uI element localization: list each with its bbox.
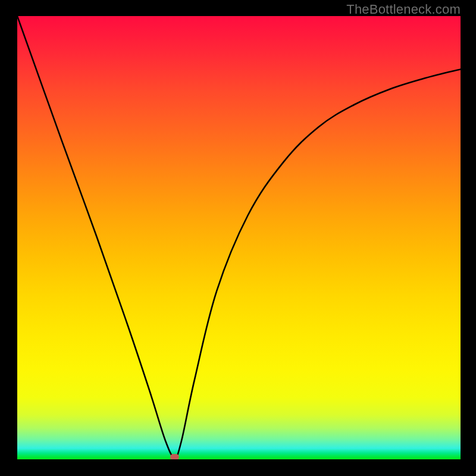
watermark-text: TheBottleneck.com	[346, 2, 461, 17]
optimal-point-marker	[170, 454, 179, 459]
plot-area	[17, 16, 461, 459]
curve-layer	[17, 16, 461, 459]
chart-frame: TheBottleneck.com	[0, 0, 476, 476]
bottleneck-curve	[17, 16, 461, 457]
